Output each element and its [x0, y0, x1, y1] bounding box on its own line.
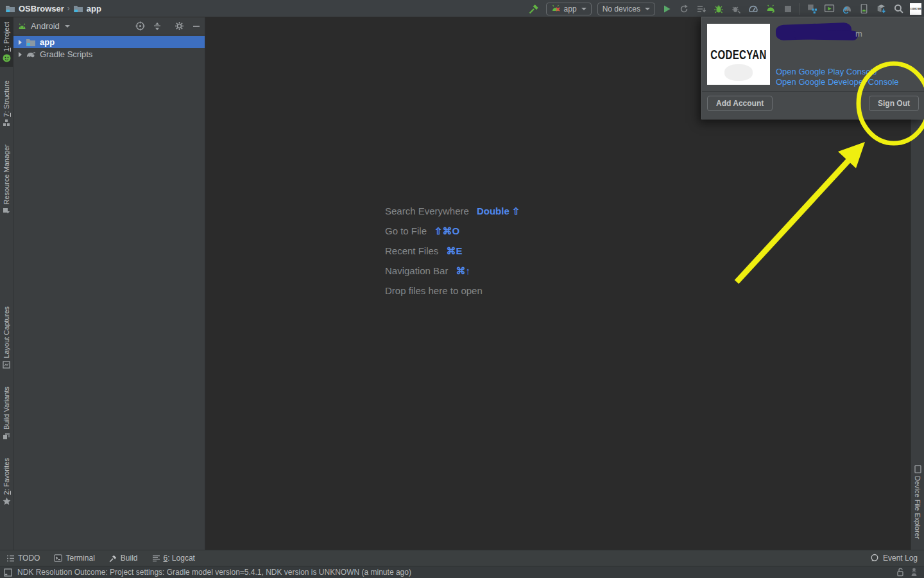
add-account-button[interactable]: Add Account	[707, 96, 773, 111]
tool-window-button-device-file-explorer[interactable]: Device File Explorer	[911, 460, 924, 543]
layout-captures-icon	[3, 361, 10, 369]
account-logo-ghost	[724, 64, 753, 81]
tool-window-button-todo[interactable]: TODO	[6, 554, 40, 563]
tool-window-button-project[interactable]: 1: Project	[0, 17, 13, 67]
lock-open-icon[interactable]	[896, 568, 904, 577]
chevron-down-icon	[581, 8, 586, 10]
panel-header-actions	[135, 21, 201, 31]
project-folder-icon	[5, 4, 15, 13]
hide-panel-icon[interactable]	[192, 22, 201, 31]
profile-app-icon[interactable]	[765, 3, 776, 15]
breadcrumb-project: OSBrowser	[19, 4, 64, 13]
tree-label: app	[40, 37, 55, 47]
locate-file-icon[interactable]	[135, 21, 145, 31]
structure-icon	[3, 119, 10, 127]
shortcut-keys: ⌘E	[446, 245, 462, 257]
collapse-all-icon[interactable]	[153, 22, 162, 31]
main-toolbar: app No devices	[529, 0, 921, 17]
expand-arrow-icon[interactable]	[19, 40, 22, 45]
shortcut-label: Search Everywhere	[385, 206, 469, 216]
project-structure-icon[interactable]	[806, 3, 817, 15]
sign-out-button[interactable]: Sign Out	[869, 96, 919, 111]
run-configuration-select[interactable]: app	[546, 3, 592, 15]
tree-label: Gradle Scripts	[40, 49, 92, 59]
debug-bug-icon[interactable]	[713, 3, 724, 15]
android-studio-window: OSBrowser › app app No devices	[0, 0, 924, 578]
google-account-popup: CODECYAN m Open Google Play Console Open…	[701, 17, 924, 119]
left-tool-stripe: 1: Project 7: Structure Resource Manager…	[0, 17, 13, 550]
account-details: m Open Google Play Console Open Google D…	[776, 24, 919, 87]
android-project-icon	[3, 54, 11, 62]
status-message: NDK Resolution Outcome: Project settings…	[17, 568, 411, 577]
highlighting-level-icon[interactable]	[911, 568, 918, 577]
gear-icon[interactable]	[175, 21, 184, 31]
tool-window-button-resource-manager[interactable]: Resource Manager	[0, 140, 13, 220]
avd-manager-icon[interactable]	[858, 3, 869, 15]
expand-arrow-icon[interactable]	[19, 52, 22, 57]
module-folder-icon	[73, 4, 83, 13]
status-bar-widgets	[896, 568, 920, 577]
toolwindow-toggle-icon[interactable]	[4, 568, 12, 577]
module-folder-icon	[26, 38, 36, 46]
account-logo: CODECYAN	[707, 24, 770, 85]
device-select[interactable]: No devices	[597, 3, 655, 15]
tool-window-button-build-variants[interactable]: Build Variants	[0, 382, 13, 444]
tool-window-button-logcat[interactable]: 6: Logcat	[152, 554, 195, 563]
resource-manager-icon	[3, 207, 10, 215]
shortcut-keys: ⌘↑	[456, 265, 470, 277]
breadcrumb-separator: ›	[67, 4, 70, 13]
tree-row-gradle-scripts[interactable]: Gradle Scripts	[13, 48, 205, 60]
apply-changes-icon[interactable]	[696, 3, 707, 15]
account-avatar[interactable]: CODECYAN	[910, 3, 921, 15]
stop-icon[interactable]	[782, 3, 794, 15]
logcat-icon	[152, 555, 160, 562]
open-developer-console-link[interactable]: Open Google Developer Console	[776, 77, 919, 87]
attach-debugger-icon[interactable]	[730, 3, 742, 15]
tool-window-button-layout-captures[interactable]: Layout Captures	[0, 302, 13, 373]
project-panel-header: Android	[13, 17, 205, 35]
bottom-tool-window-bar: TODO Terminal Build 6: Logcat Event Log	[0, 550, 924, 566]
build-variants-icon	[3, 432, 10, 440]
shortcut-label: Drop files here to open	[385, 285, 483, 296]
shortcut-label: Recent Files	[385, 245, 438, 256]
device-manager-icon[interactable]	[823, 3, 835, 15]
tool-window-button-structure[interactable]: 7: Structure	[0, 76, 13, 131]
account-popup-body: CODECYAN m Open Google Play Console Open…	[702, 17, 924, 91]
run-config-label: app	[564, 4, 577, 13]
email-visible-suffix: m	[855, 29, 862, 39]
shortcut-keys: Double ⇧	[477, 206, 520, 217]
project-tree: app Gradle Scripts	[13, 35, 205, 60]
account-email: m	[776, 24, 919, 43]
run-play-icon[interactable]	[661, 3, 672, 15]
gradle-elephant-icon	[26, 51, 36, 58]
android-icon	[17, 22, 27, 30]
breadcrumb-module: app	[87, 4, 101, 13]
shortcut-label: Go to File	[385, 225, 427, 236]
tool-window-button-build[interactable]: Build	[109, 554, 138, 563]
rerun-icon[interactable]	[678, 3, 690, 15]
make-project-hammer-icon[interactable]	[529, 3, 540, 15]
gradle-sync-icon[interactable]	[841, 3, 852, 15]
event-log-button[interactable]: Event Log	[870, 554, 918, 563]
build-hammer-icon	[109, 554, 117, 563]
email-redaction-scribble	[794, 30, 858, 40]
tree-row-app[interactable]: app	[13, 36, 205, 48]
run-config-android-icon	[551, 4, 561, 13]
shortcut-keys: ⇧⌘O	[434, 225, 459, 237]
chevron-down-icon	[645, 8, 650, 10]
project-view-label: Android	[31, 21, 60, 31]
favorites-star-icon	[3, 497, 11, 505]
search-everywhere-icon[interactable]	[893, 3, 904, 15]
sdk-manager-icon[interactable]	[875, 3, 887, 15]
title-bar: OSBrowser › app app No devices	[0, 0, 924, 17]
tool-window-button-terminal[interactable]: Terminal	[54, 554, 94, 563]
project-view-select[interactable]: Android	[17, 21, 70, 31]
profiler-icon[interactable]	[748, 3, 759, 15]
breadcrumb: OSBrowser › app	[0, 4, 101, 13]
open-play-console-link[interactable]: Open Google Play Console	[776, 67, 919, 77]
device-select-label: No devices	[603, 4, 640, 13]
tool-window-button-favorites[interactable]: 2: Favorites	[0, 453, 13, 510]
editor-shortcut-hints: Search EverywhereDouble ⇧ Go to File⇧⌘O …	[385, 206, 520, 296]
project-tool-window: Android app Gradle Scripts	[13, 17, 205, 550]
terminal-icon	[54, 554, 62, 562]
